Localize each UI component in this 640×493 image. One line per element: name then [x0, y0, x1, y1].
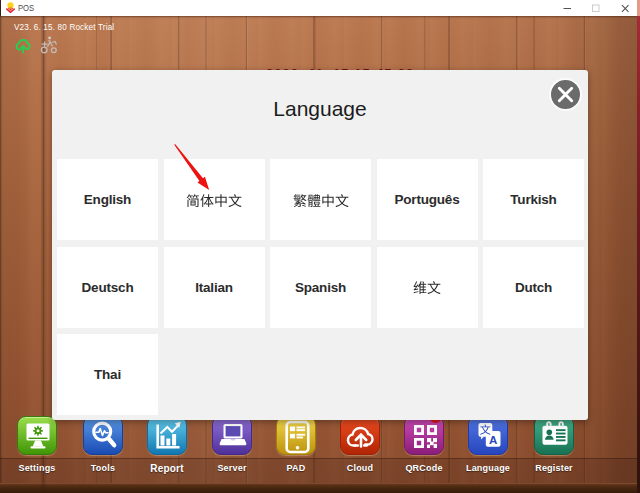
- svg-text:A: A: [489, 434, 497, 446]
